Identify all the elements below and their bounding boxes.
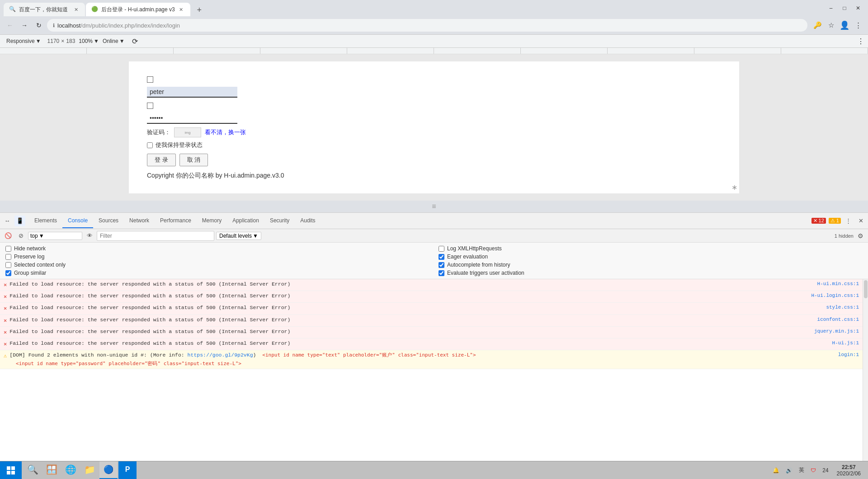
- scrollbar-thumb[interactable]: [864, 280, 868, 298]
- login-button[interactable]: 登 录: [147, 154, 176, 166]
- captcha-row: 验证码： img 看不清，换一张: [147, 127, 721, 137]
- reload-button[interactable]: ↻: [33, 19, 45, 32]
- log-file-link[interactable]: H-ui.login.css:1: [807, 292, 859, 300]
- console-clear-button[interactable]: 🚫: [3, 230, 14, 241]
- log-message: Failed to load resource: the server resp…: [9, 280, 812, 288]
- tray-badge[interactable]: 24: [821, 466, 830, 474]
- group-similar-checkbox[interactable]: [5, 270, 11, 276]
- log-message: Failed to load resource: the server resp…: [9, 316, 812, 324]
- rotate-icon[interactable]: ⟳: [132, 37, 138, 46]
- console-scrollbar[interactable]: [863, 279, 868, 461]
- tray-volume[interactable]: 🔊: [784, 466, 794, 474]
- start-button[interactable]: [0, 461, 22, 479]
- url-bar[interactable]: ℹ localhost/dm/public/index.php/index/in…: [47, 19, 807, 32]
- console-filter-input[interactable]: [97, 231, 214, 241]
- dom-info-link[interactable]: https://goo.gl/9p2vKg: [188, 352, 253, 358]
- tray-notifications[interactable]: 🔔: [771, 466, 781, 474]
- level-selector[interactable]: Default levels ▼: [216, 232, 261, 240]
- key-icon[interactable]: 🔑: [811, 19, 824, 32]
- context-selector[interactable]: top ▼: [28, 232, 82, 240]
- device-selector[interactable]: Responsive ▼: [4, 37, 44, 45]
- tab-application[interactable]: Application: [227, 214, 264, 228]
- minimize-button[interactable]: –: [825, 2, 837, 14]
- taskbar-ie[interactable]: 🌐: [61, 461, 80, 479]
- zoom-selector[interactable]: 100% ▼: [79, 38, 99, 44]
- inspect-element-button[interactable]: ↔: [2, 216, 13, 226]
- tab-close-baidu[interactable]: ✕: [72, 6, 80, 13]
- eval-triggers-checkbox[interactable]: [439, 270, 444, 276]
- new-tab-button[interactable]: +: [193, 4, 206, 16]
- maximize-button[interactable]: □: [838, 2, 851, 14]
- more-options-icon[interactable]: ⋮: [857, 37, 864, 46]
- remember-row: 使我保持登录状态: [147, 141, 721, 149]
- log-row: ✕ Failed to load resource: the server re…: [0, 315, 863, 327]
- tab-performance[interactable]: Performance: [155, 214, 197, 228]
- password-input[interactable]: [147, 113, 237, 124]
- clock-date: 2020/2/06: [837, 470, 861, 477]
- svg-rect-3: [11, 471, 15, 474]
- taskbar-papp[interactable]: P: [118, 461, 137, 479]
- error-icon: ✕: [4, 305, 7, 313]
- resize-handle[interactable]: ∗: [731, 183, 737, 192]
- devtools-more-button[interactable]: ⋮: [843, 216, 854, 226]
- profile-icon[interactable]: 👤: [838, 19, 851, 32]
- log-file-link[interactable]: style.css:1: [821, 304, 859, 312]
- back-button[interactable]: ←: [4, 19, 16, 32]
- log-xml-checkbox[interactable]: [439, 246, 444, 252]
- forward-button[interactable]: →: [18, 19, 31, 32]
- tab-sources[interactable]: Sources: [93, 214, 124, 228]
- selected-context-checkbox[interactable]: [5, 262, 11, 268]
- log-file-link[interactable]: H-ui.js:1: [828, 339, 859, 348]
- tab-network[interactable]: Network: [124, 214, 155, 228]
- svg-rect-1: [11, 466, 15, 470]
- autocomplete-checkbox[interactable]: [439, 262, 444, 268]
- username-input[interactable]: [147, 87, 237, 98]
- page-content: 验证码： img 看不清，换一张 使我保持登录状态 登 录 取 消 C: [129, 61, 739, 193]
- taskbar-explorer[interactable]: 📁: [80, 461, 99, 479]
- remember-checkbox[interactable]: [147, 142, 153, 148]
- taskbar-chrome[interactable]: 🔵: [99, 461, 118, 479]
- tab-security[interactable]: Security: [264, 214, 295, 228]
- tray-language[interactable]: 英: [797, 465, 806, 475]
- log-row: ✕ Failed to load resource: the server re…: [0, 327, 863, 338]
- captcha-refresh-link[interactable]: 看不清，换一张: [205, 128, 246, 136]
- devtools-close-button[interactable]: ✕: [855, 216, 866, 226]
- system-clock[interactable]: 22:57 2020/2/06: [833, 464, 864, 477]
- device-toolbar: Responsive ▼ 1170 × 183 100% ▼ Online ▼ …: [0, 34, 868, 48]
- tab-baidu[interactable]: 🔍 百度一下，你就知道 ✕: [4, 3, 85, 16]
- console-filter-button[interactable]: ⊘: [15, 230, 26, 241]
- close-button[interactable]: ✕: [852, 2, 864, 14]
- taskbar-search[interactable]: 🔍: [24, 461, 42, 479]
- url-host: localhost: [57, 22, 80, 29]
- log-file-link[interactable]: iconfont.css:1: [813, 316, 859, 324]
- address-bar: ← → ↻ ℹ localhost/dm/public/index.php/in…: [0, 16, 868, 34]
- bookmark-icon[interactable]: ☆: [825, 19, 837, 32]
- eager-eval-checkbox[interactable]: [439, 254, 444, 260]
- drag-handle[interactable]: ≡: [0, 201, 868, 212]
- toolbar-icons: 🔑 ☆ 👤 ⋮: [811, 19, 864, 32]
- log-file-link[interactable]: login:1: [834, 351, 859, 359]
- log-file-link[interactable]: jquery.min.js:1: [810, 328, 859, 336]
- menu-icon[interactable]: ⋮: [852, 19, 864, 32]
- console-settings-button[interactable]: ⚙: [855, 231, 865, 241]
- network-selector[interactable]: Online ▼: [103, 38, 125, 44]
- preserve-log-checkbox[interactable]: [5, 254, 11, 260]
- tab-admin[interactable]: 🟢 后台登录 - H-ui.admin.page v3 ✕: [86, 3, 190, 16]
- tab-memory[interactable]: Memory: [197, 214, 227, 228]
- tab-console[interactable]: Console: [62, 214, 93, 228]
- tab-audits[interactable]: Audits: [295, 214, 321, 228]
- log-file-link[interactable]: H-ui.min.css:1: [813, 280, 859, 288]
- tab-elements[interactable]: Elements: [29, 214, 62, 228]
- devtools-tab-bar: ↔ 📱 Elements Console Sources Network Per…: [0, 213, 868, 229]
- cancel-button[interactable]: 取 消: [179, 154, 208, 166]
- tab-favicon-admin: 🟢: [91, 6, 99, 13]
- device-toggle-button[interactable]: 📱: [14, 216, 25, 226]
- context-value: top: [30, 233, 38, 239]
- hide-network-checkbox[interactable]: [5, 246, 11, 252]
- window-controls: – □ ✕: [825, 2, 864, 14]
- eye-button[interactable]: 👁: [84, 230, 95, 241]
- tray-antivirus[interactable]: 🛡: [809, 466, 818, 474]
- tab-close-admin[interactable]: ✕: [178, 6, 185, 13]
- hide-network-label: Hide network: [14, 245, 46, 252]
- taskbar-taskview[interactable]: 🪟: [42, 461, 61, 479]
